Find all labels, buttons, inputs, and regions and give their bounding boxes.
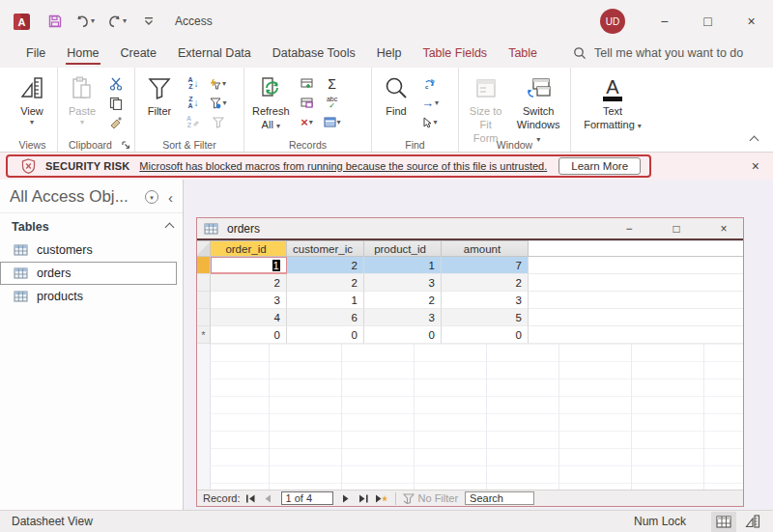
cell-amount[interactable]: 2 bbox=[442, 274, 529, 292]
sort-ascending-icon[interactable]: AZ↓ bbox=[183, 75, 204, 92]
redo-dropdown-icon[interactable]: ▾ bbox=[123, 17, 127, 25]
cell-order-id[interactable]: 0 bbox=[211, 326, 287, 344]
tab-create[interactable]: Create bbox=[110, 42, 168, 66]
refresh-all-button[interactable]: RefreshAll ▾ bbox=[247, 71, 295, 135]
cell-order-id[interactable]: 2 bbox=[211, 274, 287, 292]
select-icon[interactable]: ▾ bbox=[419, 114, 441, 130]
account-avatar[interactable]: UD bbox=[600, 9, 625, 34]
no-filter-button[interactable]: No Filter bbox=[403, 492, 459, 504]
copy-icon[interactable] bbox=[105, 95, 127, 111]
view-button[interactable]: View ▾ bbox=[11, 71, 53, 129]
cell-customer-id[interactable]: 0 bbox=[287, 326, 364, 344]
cell-product-id[interactable]: 1 bbox=[364, 257, 442, 274]
column-header-customer-id[interactable]: customer_ic bbox=[287, 240, 364, 257]
column-header-product-id[interactable]: product_id bbox=[364, 240, 442, 257]
sidebar-item-customers[interactable]: customers bbox=[0, 239, 177, 261]
previous-record-icon[interactable] bbox=[261, 492, 275, 505]
cell-amount[interactable]: 0 bbox=[442, 326, 529, 344]
security-banner-message-link[interactable]: Microsoft has blocked macros from runnin… bbox=[139, 160, 547, 172]
doc-maximize-button[interactable]: □ bbox=[657, 217, 696, 239]
cell-customer-id[interactable]: 1 bbox=[287, 292, 364, 309]
cell-customer-id[interactable]: 2 bbox=[287, 257, 364, 274]
sort-descending-icon[interactable]: ZA↓ bbox=[183, 95, 204, 111]
cell-product-id[interactable]: 0 bbox=[364, 326, 442, 344]
sidebar-item-orders[interactable]: orders bbox=[0, 262, 177, 285]
spelling-icon[interactable]: abc✓ bbox=[322, 95, 343, 111]
format-painter-icon[interactable] bbox=[105, 114, 127, 130]
undo-icon[interactable]: ▾ bbox=[71, 13, 99, 31]
workspace: orders − □ × order_id customer_ic produc… bbox=[184, 180, 773, 510]
cell-amount[interactable]: 7 bbox=[442, 257, 529, 274]
paste-button[interactable]: Paste ▾ bbox=[61, 71, 103, 129]
tell-me-search[interactable]: Tell me what you want to do bbox=[573, 42, 743, 60]
toggle-filter-icon[interactable] bbox=[208, 114, 229, 130]
cell-order-id[interactable]: 1 bbox=[211, 257, 287, 274]
tab-table[interactable]: Table bbox=[498, 42, 548, 66]
design-view-button[interactable] bbox=[740, 512, 765, 532]
replace-icon[interactable]: bc bbox=[419, 75, 441, 92]
cell-product-id[interactable]: 2 bbox=[364, 292, 442, 309]
tab-table-fields[interactable]: Table Fields bbox=[412, 42, 498, 66]
orders-window-titlebar[interactable]: orders − □ × bbox=[197, 218, 743, 240]
datasheet-view-button[interactable] bbox=[711, 512, 736, 532]
next-record-icon[interactable] bbox=[339, 492, 354, 505]
advanced-filter-icon[interactable]: ▾ bbox=[208, 95, 229, 111]
tables-section-header[interactable]: Tables bbox=[0, 212, 183, 238]
record-selector[interactable] bbox=[197, 257, 211, 274]
text-formatting-button[interactable]: A TextFormatting ▾ bbox=[579, 71, 646, 135]
save-record-icon[interactable] bbox=[297, 95, 318, 111]
cell-customer-id[interactable]: 6 bbox=[287, 309, 364, 326]
tab-database-tools[interactable]: Database Tools bbox=[262, 42, 366, 66]
shutter-bar-close-icon[interactable]: ‹ bbox=[168, 190, 173, 205]
undo-dropdown-icon[interactable]: ▾ bbox=[91, 17, 95, 25]
tab-help[interactable]: Help bbox=[366, 42, 413, 66]
close-button[interactable]: × bbox=[730, 0, 773, 42]
doc-minimize-button[interactable]: − bbox=[610, 217, 648, 239]
select-all-corner[interactable] bbox=[197, 240, 211, 257]
more-records-icon[interactable]: ▾ bbox=[322, 114, 343, 130]
new-record-icon[interactable] bbox=[297, 75, 318, 92]
record-position-box[interactable]: 1 of 4 bbox=[281, 491, 333, 505]
last-record-icon[interactable] bbox=[357, 492, 371, 505]
record-selector[interactable] bbox=[197, 309, 211, 326]
sidebar-item-products[interactable]: products bbox=[0, 286, 177, 307]
cut-icon[interactable] bbox=[105, 75, 127, 92]
learn-more-button[interactable]: Learn More bbox=[558, 157, 641, 175]
new-record-selector[interactable]: * bbox=[197, 326, 211, 344]
cell-product-id[interactable]: 3 bbox=[364, 274, 442, 292]
minimize-button[interactable]: − bbox=[643, 0, 686, 42]
redo-icon[interactable]: ▾ bbox=[102, 13, 130, 31]
totals-icon[interactable]: Σ bbox=[322, 75, 343, 92]
tab-external-data[interactable]: External Data bbox=[167, 42, 262, 66]
doc-close-button[interactable]: × bbox=[704, 217, 743, 239]
record-selector[interactable] bbox=[197, 274, 211, 292]
size-to-fit-form-button[interactable]: Size toFit Form bbox=[462, 71, 509, 148]
banner-close-icon[interactable]: × bbox=[752, 158, 759, 174]
maximize-button[interactable]: □ bbox=[686, 0, 730, 42]
nav-pane-menu-icon[interactable]: ▾ bbox=[145, 190, 158, 204]
column-header-order-id[interactable]: order_id bbox=[211, 240, 287, 257]
save-icon[interactable] bbox=[43, 12, 67, 31]
selection-filter-icon[interactable]: ▾ bbox=[208, 75, 229, 92]
cell-amount[interactable]: 5 bbox=[442, 309, 529, 326]
remove-sort-icon[interactable]: AZ bbox=[183, 114, 204, 130]
cell-product-id[interactable]: 3 bbox=[364, 309, 442, 326]
tab-home[interactable]: Home bbox=[56, 42, 109, 66]
column-header-amount[interactable]: amount bbox=[442, 240, 529, 257]
new-blank-record-icon[interactable] bbox=[374, 492, 388, 505]
cell-order-id[interactable]: 3 bbox=[211, 292, 287, 309]
collapse-ribbon-icon[interactable] bbox=[751, 130, 758, 148]
cell-customer-id[interactable]: 2 bbox=[287, 274, 364, 292]
delete-record-icon[interactable]: × ▾ bbox=[297, 114, 318, 130]
cell-amount[interactable]: 3 bbox=[442, 292, 529, 309]
cell-order-id[interactable]: 4 bbox=[211, 309, 287, 326]
switch-windows-button[interactable]: SwitchWindows ▾ bbox=[509, 71, 567, 148]
filter-button[interactable]: Filter bbox=[138, 71, 181, 122]
customize-quick-access-icon[interactable] bbox=[140, 14, 157, 28]
record-search-input[interactable]: Search bbox=[465, 491, 534, 505]
find-button[interactable]: Find bbox=[375, 71, 417, 122]
first-record-icon[interactable] bbox=[243, 492, 258, 505]
tab-file[interactable]: File bbox=[15, 42, 56, 66]
goto-icon[interactable]: → ▾ bbox=[419, 95, 441, 111]
record-selector[interactable] bbox=[197, 292, 211, 309]
